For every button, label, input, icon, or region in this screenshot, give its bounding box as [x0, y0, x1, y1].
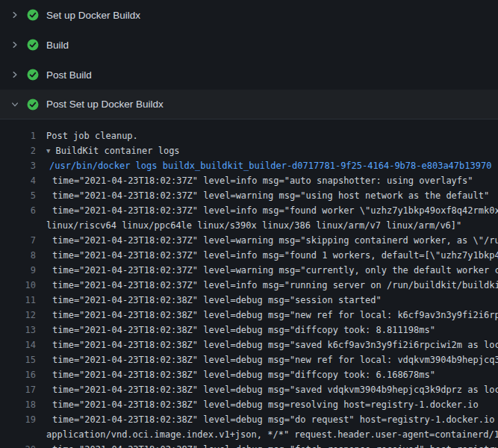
log-line-text: time="2021-04-23T18:02:38Z" level=debug …: [52, 340, 498, 350]
step-label: Post Set up Docker Buildx: [46, 99, 164, 110]
log-line: 16 time="2021-04-23T18:02:38Z" level=deb…: [0, 367, 498, 382]
log-line-content: linux/riscv64 linux/ppc64le linux/s390x …: [46, 218, 498, 233]
log-line: 9 time="2021-04-23T18:02:37Z" level=warn…: [0, 263, 498, 278]
log-line-content: time="2021-04-23T18:02:38Z" level=debug …: [46, 323, 498, 337]
log-line-number[interactable]: 1: [0, 128, 36, 143]
step-header[interactable]: Post Set up Docker Buildx: [0, 90, 498, 119]
check-circle-icon: [27, 69, 39, 81]
step-label: Set up Docker Buildx: [46, 10, 140, 21]
log-line-text: time="2021-04-23T18:02:38Z" level=debug …: [52, 370, 435, 380]
log-line-content: time="2021-04-23T18:02:38Z" level=debug …: [46, 397, 498, 412]
log-line-content: time="2021-04-23T18:02:38Z" level=debug …: [46, 308, 498, 323]
log-line-text: time="2021-04-23T18:02:38Z" level=debug …: [52, 399, 479, 410]
log-line-content: time="2021-04-23T18:02:38Z" level=debug …: [46, 442, 498, 448]
log-line-number[interactable]: 18: [0, 397, 36, 412]
log-line-text: time="2021-04-23T18:02:37Z" level=info m…: [52, 280, 498, 290]
log-line-text: BuildKit container logs: [55, 146, 179, 156]
check-circle-icon: [27, 99, 39, 111]
log-line: 7 time="2021-04-23T18:02:37Z" level=warn…: [0, 233, 498, 248]
log-line: 4 time="2021-04-23T18:02:37Z" level=info…: [0, 173, 498, 188]
chevron-right-icon: [9, 69, 21, 81]
log-line-number[interactable]: 3: [0, 158, 36, 173]
log-line-number[interactable]: 15: [0, 352, 36, 367]
log-line-content: time="2021-04-23T18:02:38Z" level=debug …: [46, 352, 498, 367]
log-line-text: application/vnd.oci.image.index.v1+json,…: [46, 429, 498, 440]
log-line-number[interactable]: 9: [0, 263, 36, 278]
log-line-number[interactable]: 19: [0, 412, 36, 427]
log-line-number[interactable]: 20: [0, 442, 36, 448]
log-line-content: time="2021-04-23T18:02:37Z" level=warnin…: [46, 188, 498, 203]
log-line-number[interactable]: 14: [0, 337, 36, 352]
log-line-content: time="2021-04-23T18:02:37Z" level=info m…: [46, 248, 498, 263]
log-line-text: Post job cleanup.: [46, 131, 138, 141]
log-line-number[interactable]: 17: [0, 382, 36, 397]
log-line-number[interactable]: 4: [0, 173, 36, 188]
step-header[interactable]: Post Build: [0, 60, 498, 90]
chevron-right-icon: [9, 9, 21, 21]
log-line: 15 time="2021-04-23T18:02:38Z" level=deb…: [0, 352, 498, 367]
log-line-text: linux/riscv64 linux/ppc64le linux/s390x …: [46, 220, 461, 231]
chevron-down-icon: [9, 99, 21, 111]
log-line-content: time="2021-04-23T18:02:38Z" level=debug …: [46, 367, 498, 382]
log-line-number[interactable]: 10: [0, 278, 36, 293]
log-line-number[interactable]: 2: [0, 143, 36, 158]
steps-list: Set up Docker Buildx Build P: [0, 0, 498, 119]
log-line-text: time="2021-04-23T18:02:38Z" level=debug …: [52, 325, 435, 335]
log-line-content: application/vnd.oci.image.index.v1+json,…: [46, 427, 498, 442]
log-line: 13 time="2021-04-23T18:02:38Z" level=deb…: [0, 323, 498, 337]
log-line-number[interactable]: 11: [0, 293, 36, 308]
log-line-number[interactable]: 7: [0, 233, 36, 248]
log-line: linux/riscv64 linux/ppc64le linux/s390x …: [0, 218, 498, 233]
log-line: 2 ▼BuildKit container logs: [0, 143, 498, 158]
log-line-number[interactable]: 16: [0, 367, 36, 382]
log-line: 14 time="2021-04-23T18:02:38Z" level=deb…: [0, 337, 498, 352]
check-circle-icon: [27, 39, 39, 51]
log-line-content: time="2021-04-23T18:02:38Z" level=debug …: [46, 337, 498, 352]
log-line-number[interactable]: 13: [0, 323, 36, 337]
log-output: 1 Post job cleanup. 2 ▼BuildKit containe…: [0, 119, 498, 448]
log-line-content: time="2021-04-23T18:02:37Z" level=info m…: [46, 173, 498, 188]
log-line: 1 Post job cleanup.: [0, 128, 498, 143]
log-line-content: Post job cleanup.: [46, 128, 498, 143]
log-line-number[interactable]: 5: [0, 188, 36, 203]
group-collapse-icon[interactable]: ▼: [46, 147, 50, 155]
log-line: 6 time="2021-04-23T18:02:37Z" level=info…: [0, 203, 498, 218]
step-header[interactable]: Build: [0, 30, 498, 60]
log-line-text: time="2021-04-23T18:02:37Z" level=warnin…: [52, 235, 498, 246]
log-line-text: time="2021-04-23T18:02:37Z" level=warnin…: [52, 190, 489, 201]
log-line: 11 time="2021-04-23T18:02:38Z" level=deb…: [0, 293, 498, 308]
log-line-text: time="2021-04-23T18:02:38Z" level=debug …: [52, 414, 498, 425]
log-line-content: /usr/bin/docker logs buildx_buildkit_bui…: [46, 158, 498, 173]
log-line-content: time="2021-04-23T18:02:37Z" level=info m…: [46, 278, 498, 293]
log-line-text: time="2021-04-23T18:02:38Z" level=debug …: [52, 295, 382, 305]
log-line-content: time="2021-04-23T18:02:38Z" level=debug …: [46, 382, 498, 397]
log-line-text: time="2021-04-23T18:02:38Z" level=debug …: [52, 444, 498, 448]
log-line: 10 time="2021-04-23T18:02:37Z" level=inf…: [0, 278, 498, 293]
log-line-content: time="2021-04-23T18:02:38Z" level=debug …: [46, 412, 498, 427]
log-line-number[interactable]: [0, 427, 36, 442]
log-line-number[interactable]: 8: [0, 248, 36, 263]
log-line-number[interactable]: 6: [0, 203, 36, 218]
log-line: 17 time="2021-04-23T18:02:38Z" level=deb…: [0, 382, 498, 397]
log-line: 20 time="2021-04-23T18:02:38Z" level=deb…: [0, 442, 498, 448]
log-line-number[interactable]: [0, 218, 36, 233]
log-line-text: time="2021-04-23T18:02:38Z" level=debug …: [52, 310, 498, 320]
log-line: 19 time="2021-04-23T18:02:38Z" level=deb…: [0, 412, 498, 427]
log-line-text: time="2021-04-23T18:02:37Z" level=info m…: [52, 175, 473, 186]
log-line-text: time="2021-04-23T18:02:37Z" level=info m…: [52, 205, 498, 216]
log-line-content: time="2021-04-23T18:02:37Z" level=info m…: [46, 203, 498, 218]
check-circle-icon: [27, 9, 39, 21]
log-line-number[interactable]: 12: [0, 308, 36, 323]
log-line: 5 time="2021-04-23T18:02:37Z" level=warn…: [0, 188, 498, 203]
log-line-text: /usr/bin/docker logs buildx_buildkit_bui…: [49, 161, 491, 171]
chevron-right-icon: [9, 39, 21, 51]
log-line: application/vnd.oci.image.index.v1+json,…: [0, 427, 498, 442]
step-header[interactable]: Set up Docker Buildx: [0, 0, 498, 30]
log-line-text: time="2021-04-23T18:02:38Z" level=debug …: [52, 385, 498, 395]
log-line: 8 time="2021-04-23T18:02:37Z" level=info…: [0, 248, 498, 263]
log-line: 3 /usr/bin/docker logs buildx_buildkit_b…: [0, 158, 498, 173]
log-line-content: time="2021-04-23T18:02:37Z" level=warnin…: [46, 263, 498, 278]
step-label: Post Build: [46, 69, 92, 81]
log-line-text: time="2021-04-23T18:02:37Z" level=warnin…: [52, 265, 498, 276]
step-label: Build: [46, 40, 69, 51]
